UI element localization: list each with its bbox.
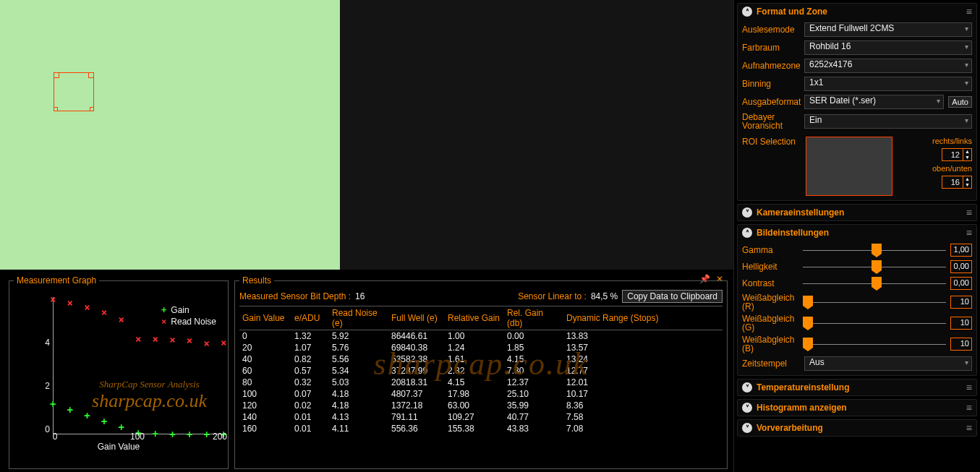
gain-point: + bbox=[84, 410, 90, 421]
cell: 12.01 bbox=[563, 377, 723, 388]
cell: 0.82 bbox=[291, 353, 329, 365]
menu-icon[interactable]: ≡ bbox=[966, 207, 972, 218]
table-row[interactable]: 1400.014.13791.11109.2740.777.58 bbox=[239, 411, 723, 423]
value-gamma[interactable]: 1,00 bbox=[950, 244, 972, 257]
label-kontrast: Kontrast bbox=[742, 279, 798, 288]
cell: 12.37 bbox=[504, 377, 563, 388]
label-wb-b: Weißabgleich (B) bbox=[742, 335, 798, 353]
legend-gain: Gain bbox=[171, 304, 189, 316]
chevron-down-icon: ˅ bbox=[742, 382, 752, 392]
slider-gamma[interactable] bbox=[803, 245, 946, 255]
cell: 7.30 bbox=[504, 365, 563, 377]
table-row[interactable]: 1600.014.11556.36155.3843.837.08 bbox=[239, 423, 723, 434]
col-header[interactable]: Dynamic Range (Stops) bbox=[563, 306, 723, 330]
col-header[interactable]: Read Noise (e) bbox=[329, 306, 388, 330]
col-header[interactable]: Full Well (e) bbox=[388, 306, 445, 330]
slider-wb-r[interactable] bbox=[803, 297, 946, 307]
label-aufnahmezone: Aufnahmezone bbox=[742, 61, 800, 70]
select-binning[interactable]: 1x1 bbox=[804, 77, 972, 91]
col-header[interactable]: Rel. Gain (db) bbox=[504, 306, 563, 330]
cell: 4.15 bbox=[445, 377, 504, 388]
section-bild: ˄ Bildeinstellungen ≡ Gamma1,00 Helligke… bbox=[737, 224, 977, 376]
table-row[interactable]: 400.825.5653582.381.614.1513.24 bbox=[239, 353, 723, 365]
label-binning: Binning bbox=[742, 80, 800, 88]
cell: 2.32 bbox=[445, 365, 504, 377]
spinner-roi-x[interactable]: 12▲▼ bbox=[942, 148, 972, 161]
section-header-format[interactable]: ˄ Format und Zone ≡ bbox=[738, 4, 976, 20]
menu-icon[interactable]: ≡ bbox=[966, 382, 972, 393]
copy-button[interactable]: Copy Data to Clipboard bbox=[622, 290, 723, 303]
cell: 12.77 bbox=[563, 365, 723, 377]
cell: 86446.61 bbox=[388, 330, 445, 343]
table-row[interactable]: 800.325.0320818.314.1512.3712.01 bbox=[239, 377, 723, 388]
select-debayer[interactable]: Ein bbox=[804, 114, 972, 129]
select-zeitstempel[interactable]: Aus bbox=[804, 356, 972, 371]
cell: 0.02 bbox=[291, 400, 329, 411]
value-kontrast[interactable]: 0,00 bbox=[950, 277, 972, 290]
menu-icon[interactable]: ≡ bbox=[966, 422, 972, 434]
section-header-histo[interactable]: ˅Histogramm anzeigen≡ bbox=[738, 400, 976, 416]
cell: 20 bbox=[239, 342, 291, 353]
legend-noise: Read Noise bbox=[171, 316, 216, 327]
cell: 1.32 bbox=[291, 330, 329, 343]
label-roi: ROI Selection bbox=[742, 137, 800, 147]
table-row[interactable]: 201.075.7669840.381.241.8513.57 bbox=[239, 342, 723, 353]
select-ausgabe[interactable]: SER Datei (*.ser) bbox=[804, 95, 944, 109]
cell: 5.76 bbox=[329, 342, 388, 353]
gain-point: + bbox=[67, 404, 73, 416]
noise-point: × bbox=[135, 333, 141, 345]
table-row[interactable]: 01.325.9286446.611.000.0013.83 bbox=[239, 330, 723, 343]
cell: 556.36 bbox=[388, 423, 445, 434]
cell: 46.25 bbox=[504, 434, 563, 436]
col-header[interactable]: e/ADU bbox=[291, 306, 329, 330]
slider-wb-g[interactable] bbox=[803, 318, 946, 328]
noise-point: × bbox=[169, 334, 175, 346]
cell: 37287.99 bbox=[388, 365, 445, 377]
slider-kontrast[interactable] bbox=[803, 278, 946, 288]
select-farbraum[interactable]: Rohbild 16 bbox=[804, 40, 972, 55]
value-wb-g[interactable]: 10 bbox=[950, 317, 972, 330]
col-header[interactable]: Gain Value bbox=[239, 306, 291, 330]
noise-point: × bbox=[118, 314, 124, 325]
section-header-kamera[interactable]: ˅ Kameraeinstellungen ≡ bbox=[738, 205, 976, 220]
cell: 1.85 bbox=[504, 342, 563, 353]
cell: 20818.31 bbox=[388, 377, 445, 388]
roi-thumbnail[interactable] bbox=[806, 137, 892, 196]
table-row[interactable]: 1800.013.99420.94205.3746.256.72 bbox=[239, 434, 723, 436]
section-header-bild[interactable]: ˄ Bildeinstellungen ≡ bbox=[738, 225, 976, 241]
section-header-temp[interactable]: ˅Temperatureinstellung≡ bbox=[738, 379, 976, 395]
col-header[interactable]: Relative Gain bbox=[445, 306, 504, 330]
roi-overlay[interactable] bbox=[54, 72, 94, 111]
menu-icon[interactable]: ≡ bbox=[966, 402, 972, 413]
watermark1: SharpCap Sensor Analysis bbox=[82, 379, 216, 390]
noise-point: × bbox=[101, 306, 107, 318]
cell: 7.08 bbox=[563, 423, 723, 434]
value-wb-b[interactable]: 10 bbox=[950, 338, 972, 351]
auto-button[interactable]: Auto bbox=[948, 96, 972, 108]
cell: 155.38 bbox=[445, 423, 504, 434]
menu-icon[interactable]: ≡ bbox=[966, 6, 972, 17]
slider-wb-b[interactable] bbox=[803, 339, 946, 349]
cell: 4.15 bbox=[504, 353, 563, 365]
select-aufnahmezone[interactable]: 6252x4176 bbox=[804, 59, 972, 73]
value-wb-r[interactable]: 10 bbox=[950, 296, 972, 309]
table-row[interactable]: 1000.074.184807.3717.9825.1010.17 bbox=[239, 388, 723, 400]
table-row[interactable]: 1200.024.181372.1863.0035.998.36 bbox=[239, 400, 723, 411]
section-title: Vorverarbeitung bbox=[757, 423, 823, 433]
slider-helligkeit[interactable] bbox=[803, 262, 946, 272]
section-format: ˄ Format und Zone ≡ AuslesemodeExtend Fu… bbox=[737, 3, 977, 201]
label-gamma: Gamma bbox=[742, 246, 798, 254]
cell: 0.01 bbox=[291, 434, 329, 436]
select-auslesemode[interactable]: Extend Fullwell 2CMS bbox=[804, 22, 972, 37]
section-temp: ˅Temperatureinstellung≡ bbox=[737, 379, 977, 396]
section-header-vor[interactable]: ˅Vorverarbeitung≡ bbox=[738, 420, 976, 436]
preview-image[interactable] bbox=[0, 0, 340, 270]
menu-icon[interactable]: ≡ bbox=[966, 227, 972, 239]
value-helligkeit[interactable]: 0,00 bbox=[950, 260, 972, 273]
cell: 0.01 bbox=[291, 423, 329, 434]
table-row[interactable]: 600.575.3437287.992.327.3012.77 bbox=[239, 365, 723, 377]
cell: 40 bbox=[239, 353, 291, 365]
cell: 53582.38 bbox=[388, 353, 445, 365]
spinner-roi-y[interactable]: 16▲▼ bbox=[942, 176, 972, 189]
noise-point: × bbox=[187, 335, 192, 346]
